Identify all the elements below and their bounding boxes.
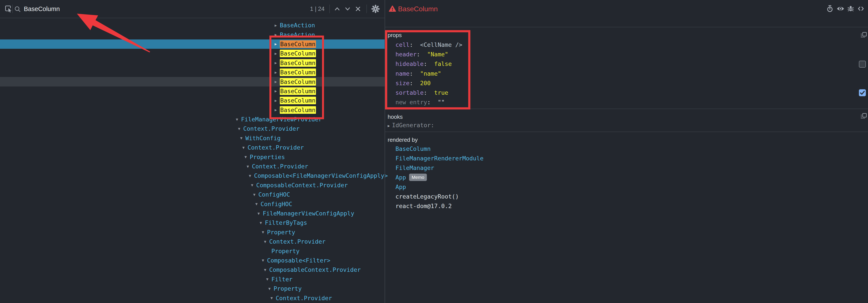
expand-chevron-icon[interactable]: ▸ <box>275 70 280 75</box>
tree-row[interactable]: ▸BaseAction <box>0 21 384 30</box>
expand-chevron-icon[interactable]: ▾ <box>260 220 265 225</box>
tree-row[interactable]: Property <box>0 246 384 255</box>
expand-chevron-icon[interactable]: ▾ <box>264 239 269 244</box>
expand-chevron-icon[interactable]: ▾ <box>247 164 252 169</box>
expand-chevron-icon[interactable]: ▸ <box>275 41 280 47</box>
tree-row[interactable]: ▾ComposableContext.Provider <box>0 265 384 274</box>
expand-chevron-icon[interactable]: ▸ <box>275 88 280 94</box>
expand-chevron-icon[interactable]: ▸ <box>275 107 280 113</box>
search-input[interactable]: BaseColumn <box>24 0 60 18</box>
expand-chevron-icon[interactable]: ▸ <box>275 23 280 28</box>
tree-row[interactable]: ▸BaseColumn <box>0 49 384 58</box>
eye-icon[interactable] <box>836 5 845 13</box>
expand-chevron-icon[interactable]: ▾ <box>262 258 267 263</box>
tree-row[interactable]: ▾ComposableContext.Provider <box>0 181 384 190</box>
stopwatch-icon[interactable] <box>826 5 834 13</box>
tree-row[interactable]: ▾Context.Provider <box>0 162 384 171</box>
expand-chevron-icon[interactable]: ▸ <box>275 60 280 65</box>
owner-link[interactable]: App <box>396 184 406 190</box>
tree-row[interactable]: ▾Context.Provider <box>0 143 384 152</box>
rendered-by-item[interactable]: BaseColumn <box>396 144 484 154</box>
expand-chevron-icon[interactable]: ▾ <box>255 201 260 207</box>
tree-row[interactable]: ▸BaseAction <box>0 30 384 39</box>
expand-chevron-icon[interactable]: ▾ <box>262 230 267 235</box>
copy-icon[interactable] <box>860 113 867 121</box>
rendered-by-item[interactable]: FileManager <box>396 163 484 173</box>
tree-row[interactable]: ▾FilterByTags <box>0 218 384 228</box>
owner-link[interactable]: App <box>396 174 406 181</box>
expand-chevron-icon[interactable]: ▾ <box>236 117 241 122</box>
expand-chevron-icon[interactable]: ▾ <box>271 295 276 301</box>
hideable-checkbox[interactable] <box>859 61 866 68</box>
hook-entry[interactable]: ▸IdGenerator: <box>388 121 434 130</box>
code-brackets-icon[interactable] <box>857 5 865 13</box>
tree-row[interactable]: ▾Property <box>0 228 384 237</box>
tree-row[interactable]: ▾Property <box>0 284 384 293</box>
expand-chevron-icon[interactable]: ▸ <box>275 98 280 103</box>
expand-chevron-icon[interactable]: ▾ <box>238 126 243 131</box>
prop-row[interactable]: hideable: false <box>396 59 462 69</box>
tree-row[interactable]: ▾ConfigHOC <box>0 190 384 199</box>
tree-row[interactable]: ▾FileManagerViewProvider <box>0 115 384 124</box>
expand-chevron-icon[interactable]: ▸ <box>275 51 280 56</box>
tree-row[interactable]: ▸BaseColumn <box>0 39 384 49</box>
tree-row[interactable]: ▾Composable<FileManagerViewConfigApply> <box>0 171 384 180</box>
prop-value[interactable]: false <box>434 60 452 67</box>
expand-chevron-icon[interactable]: ▾ <box>257 211 263 216</box>
prop-value[interactable]: "name" <box>420 70 441 77</box>
tree-row[interactable]: ▾WithConfig <box>0 133 384 143</box>
tree-row[interactable]: ▾Context.Provider <box>0 237 384 246</box>
component-name: Properties <box>250 154 285 160</box>
tree-row[interactable]: ▸BaseColumn <box>0 77 384 86</box>
gear-icon[interactable] <box>371 4 380 14</box>
expand-chevron-icon[interactable]: ▾ <box>240 135 245 141</box>
prop-row[interactable]: cell: <CellName /> <box>396 40 462 50</box>
expand-chevron-icon[interactable]: ▾ <box>251 182 256 188</box>
expand-chevron-icon[interactable]: ▸ <box>275 79 280 84</box>
tree-row[interactable]: ▾FileManagerViewConfigApply <box>0 209 384 218</box>
tree-row[interactable]: ▾Composable<Filter> <box>0 256 384 265</box>
prop-row[interactable]: sortable: true <box>396 88 462 97</box>
prop-row[interactable]: name: "name" <box>396 69 462 79</box>
prop-row[interactable]: size: 200 <box>396 79 462 88</box>
rendered-by-item[interactable]: App <box>396 182 484 192</box>
owner-link[interactable]: FileManagerRendererModule <box>396 155 484 162</box>
tree-row[interactable]: ▸BaseColumn <box>0 87 384 96</box>
owner-link[interactable]: FileManager <box>396 164 434 171</box>
tree-row[interactable]: ▸BaseColumn <box>0 58 384 68</box>
inspect-element-icon[interactable] <box>5 5 12 14</box>
rendered-by-item[interactable]: FileManagerRendererModule <box>396 154 484 163</box>
copy-icon[interactable] <box>860 32 867 39</box>
expand-chevron-icon[interactable]: ▾ <box>245 154 250 159</box>
sortable-checkbox[interactable] <box>859 89 866 96</box>
expand-chevron-icon[interactable]: ▾ <box>253 192 258 197</box>
prop-value[interactable]: "" <box>438 99 445 105</box>
rendered-by-item[interactable]: AppMemo <box>396 173 484 182</box>
tree-row[interactable]: ▸BaseColumn <box>0 68 384 77</box>
chevron-down-icon[interactable] <box>343 6 352 13</box>
expand-chevron-icon[interactable]: ▾ <box>268 286 274 291</box>
expand-chevron-icon[interactable]: ▸ <box>388 123 390 128</box>
tree-row[interactable]: ▾Context.Provider <box>0 124 384 133</box>
owner-link[interactable]: BaseColumn <box>396 145 431 152</box>
expand-chevron-icon[interactable]: ▾ <box>242 145 248 150</box>
close-icon[interactable] <box>354 5 362 14</box>
tree-row[interactable]: ▾Properties <box>0 152 384 161</box>
prop-row[interactable]: header: "Name" <box>396 50 462 59</box>
prop-value[interactable]: <CellName /> <box>420 41 462 48</box>
chevron-up-icon[interactable] <box>333 6 341 13</box>
tree-row[interactable]: ▾Filter <box>0 275 384 284</box>
tree-row[interactable]: ▸BaseColumn <box>0 105 384 115</box>
expand-chevron-icon[interactable]: ▾ <box>264 267 269 272</box>
tree-row[interactable]: ▸BaseColumn <box>0 96 384 105</box>
prop-row[interactable]: new entry: "" <box>396 97 462 107</box>
prop-value[interactable]: 200 <box>420 80 431 87</box>
tree-row[interactable]: ▾ConfigHOC <box>0 199 384 209</box>
expand-chevron-icon[interactable]: ▾ <box>266 277 271 282</box>
prop-value[interactable]: true <box>434 89 448 96</box>
expand-chevron-icon[interactable]: ▸ <box>275 32 280 37</box>
expand-chevron-icon[interactable]: ▾ <box>249 173 254 178</box>
prop-value[interactable]: "Name" <box>427 51 448 58</box>
bug-icon[interactable] <box>847 5 855 13</box>
tree-row[interactable]: ▾Context.Provider <box>0 293 384 303</box>
